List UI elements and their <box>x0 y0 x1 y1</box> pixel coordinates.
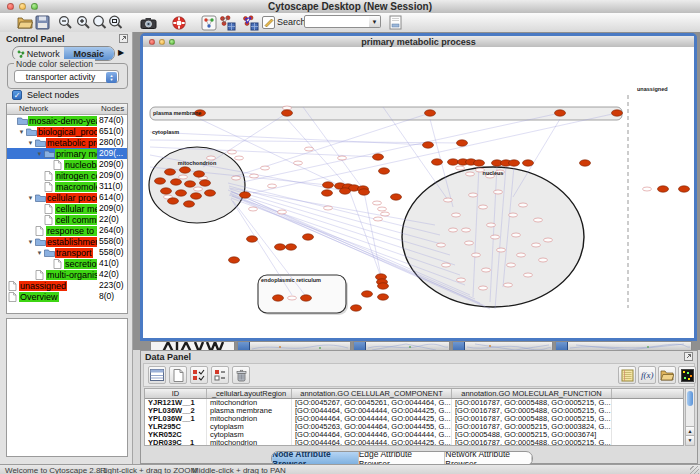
network-node[interactable] <box>359 189 370 195</box>
tree-column-nodes[interactable]: Nodes <box>101 104 124 113</box>
table-row[interactable]: YPL036W__1mitochondrion[GO:0044464, GO:0… <box>145 415 683 423</box>
network-node[interactable] <box>509 160 520 166</box>
network-node[interactable] <box>155 178 166 184</box>
network-tree-row[interactable]: Overview8(0) <box>7 291 127 302</box>
matrix-icon[interactable] <box>678 366 696 384</box>
network-tree-row[interactable]: multi-organism pro42(0) <box>7 269 127 280</box>
region-plasma-membrane[interactable] <box>150 107 622 120</box>
table-row[interactable]: YJR121W__1mitochondrion[GO:0045267, GO:0… <box>145 399 683 407</box>
annotation-icon[interactable] <box>260 14 277 31</box>
float-panel-icon[interactable] <box>119 34 129 43</box>
network-tree-row[interactable]: unassigned223(0) <box>7 280 127 291</box>
new-network-edges-icon[interactable] <box>242 14 259 31</box>
network-node[interactable] <box>194 171 205 177</box>
network-node[interactable] <box>176 190 187 196</box>
search-input[interactable] <box>304 15 372 28</box>
column-header[interactable]: _cellularLayoutRegion <box>207 389 292 398</box>
node-color-combobox[interactable]: transporter activity ▲▼ <box>14 70 119 83</box>
new-network-nodes-icon[interactable] <box>219 14 236 31</box>
network-node[interactable] <box>432 159 443 165</box>
import-attributes-icon[interactable] <box>658 366 676 384</box>
network-node[interactable] <box>184 201 195 207</box>
network-node[interactable] <box>286 244 297 250</box>
network-node[interactable] <box>457 140 468 146</box>
network-node[interactable] <box>379 168 390 174</box>
new-attribute-icon[interactable] <box>169 366 187 384</box>
network-tree-row[interactable]: macromolecule311(0) <box>7 181 127 192</box>
snapshot-camera-icon[interactable] <box>140 14 157 31</box>
network-tree-row[interactable]: secretion41(0) <box>7 258 127 269</box>
network-node[interactable] <box>200 180 211 186</box>
zoom-in-icon[interactable] <box>75 14 92 31</box>
network-tree-row[interactable]: ▼biological_process651(0) <box>7 126 127 137</box>
network-tree-row[interactable]: cellular metabol209(0) <box>7 203 127 214</box>
network-node[interactable] <box>205 190 216 196</box>
network-node[interactable] <box>448 159 459 165</box>
network-node[interactable] <box>322 190 333 196</box>
combobox-stepper-icon[interactable]: ▲▼ <box>106 72 117 83</box>
vizmapper-icon[interactable] <box>200 14 217 31</box>
tree-expand-icon[interactable]: ▼ <box>17 129 26 135</box>
table-row[interactable]: YLR295Ccytoplasm[GO:0045263, GO:0044464,… <box>145 423 683 431</box>
network-node[interactable] <box>425 110 436 116</box>
network-node[interactable] <box>282 110 293 116</box>
table-scrollbar[interactable]: ▲ ▼ <box>685 388 695 446</box>
search-dropdown-arrow-icon[interactable]: ▼ <box>369 15 381 28</box>
network-node[interactable] <box>351 305 362 311</box>
network-tree-row[interactable]: nitrogen compo209(0) <box>7 170 127 181</box>
delete-attribute-icon[interactable] <box>232 366 250 384</box>
save-icon[interactable] <box>34 14 51 31</box>
network-node[interactable] <box>474 160 485 166</box>
formula-icon[interactable]: f(x) <box>638 366 656 384</box>
network-node[interactable] <box>191 193 202 199</box>
table-row[interactable]: YPL036W__2plasma membrane[GO:0044464, GO… <box>145 407 683 415</box>
float-panel-icon[interactable] <box>684 352 694 361</box>
network-node[interactable] <box>658 186 669 192</box>
select-nodes-checkbox[interactable]: ✓ <box>12 90 22 100</box>
tree-expand-icon[interactable]: ▼ <box>26 239 35 245</box>
tree-expand-icon[interactable]: ▼ <box>26 195 35 201</box>
network-node[interactable] <box>362 291 373 297</box>
tree-header[interactable]: Network Nodes <box>7 104 127 115</box>
network-node[interactable] <box>523 160 534 166</box>
network-node[interactable] <box>612 110 623 116</box>
scroll-down-icon[interactable]: ▼ <box>686 435 694 445</box>
attribute-table-icon[interactable] <box>148 366 166 384</box>
network-node[interactable] <box>247 236 258 242</box>
help-lifering-icon[interactable] <box>170 14 187 31</box>
network-tree-row[interactable]: response to stimulu264(0) <box>7 225 127 236</box>
select-attributes-icon[interactable] <box>190 366 208 384</box>
network-node[interactable] <box>391 194 402 200</box>
network-node[interactable] <box>161 188 172 194</box>
network-tree-row[interactable]: ▼primary metabo209(... <box>7 148 127 159</box>
network-node[interactable] <box>303 234 314 240</box>
tab-overflow-arrow-icon[interactable]: ▶ <box>118 48 124 57</box>
tree-expand-icon[interactable]: ▼ <box>26 140 35 146</box>
network-node[interactable] <box>555 110 566 116</box>
network-node[interactable] <box>168 198 179 204</box>
network-node[interactable] <box>580 160 591 166</box>
scrollbar-thumb[interactable] <box>687 391 693 406</box>
open-icon[interactable] <box>16 14 33 31</box>
network-tree-row[interactable]: cell communicat22(0) <box>7 214 127 225</box>
network-node[interactable] <box>171 179 182 185</box>
network-tree-row[interactable]: ▼metabolic process280(0) <box>7 137 127 148</box>
region-mitochondrion[interactable] <box>149 147 245 223</box>
table-row[interactable]: YKR052Ccytoplasm[GO:0044464, GO:0044446,… <box>145 431 683 439</box>
network-tree-row[interactable]: nucleobase-209(0) <box>7 159 127 170</box>
table-row[interactable]: YDR039C__1mitochondrion[GO:0044464, GO:0… <box>145 439 683 446</box>
network-canvas[interactable]: plasma membranecytoplasmmitochondrionnuc… <box>143 47 694 338</box>
network-tree-row[interactable]: ▼cellular process614(0) <box>7 192 127 203</box>
tree-expand-icon[interactable]: ▼ <box>35 151 44 157</box>
network-node[interactable] <box>423 142 434 148</box>
zoom-selected-icon[interactable] <box>91 14 108 31</box>
network-node[interactable] <box>679 186 690 192</box>
column-header[interactable]: ID <box>145 389 207 398</box>
tree-column-network[interactable]: Network <box>19 104 48 113</box>
attribute-list-icon[interactable] <box>211 366 229 384</box>
zoom-fit-icon[interactable] <box>107 14 124 31</box>
network-node[interactable] <box>301 295 312 301</box>
network-node[interactable] <box>185 181 196 187</box>
column-header[interactable]: annotation.GO MOLECULAR_FUNCTION <box>452 389 612 398</box>
network-node[interactable] <box>240 192 251 198</box>
